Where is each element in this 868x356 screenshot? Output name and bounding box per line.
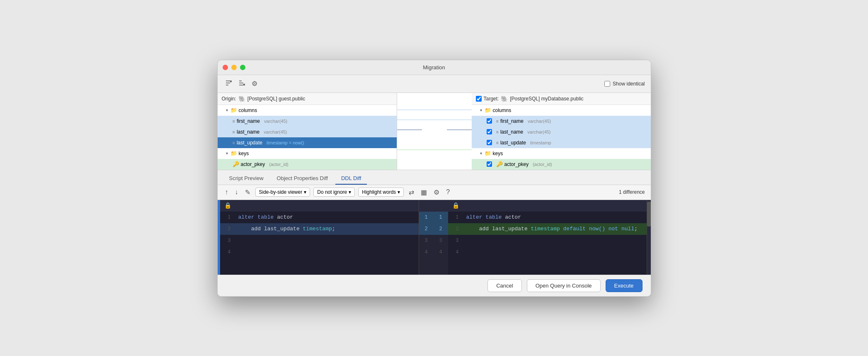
execute-button[interactable]: Execute: [606, 279, 643, 292]
tab-script-preview[interactable]: Script Preview: [223, 173, 269, 185]
center-right-2: 2: [435, 226, 446, 232]
comparison-area: Origin: 🐘 [PostgreSQL] guest.public ▾ 📁 …: [218, 93, 651, 170]
origin-columns-label: columns: [239, 107, 257, 113]
columns-folder-icon: 📁: [230, 107, 237, 113]
center-left-2: 2: [420, 226, 432, 232]
origin-last-update-type: timestamp = now(): [267, 140, 304, 145]
left-lock-icon: 🔒: [224, 202, 231, 209]
ignore-select[interactable]: Do not ignore: [313, 188, 355, 197]
target-last-update-row[interactable]: ≡ last_update timestamp: [472, 137, 651, 148]
next-diff-button[interactable]: ↓: [233, 188, 240, 197]
maximize-button[interactable]: [240, 65, 245, 70]
center-left-4: 4: [420, 249, 432, 255]
target-actor-pkey-row[interactable]: 🔑 actor_pkey (actor_id): [472, 159, 651, 170]
origin-db-icon: 🐘: [238, 95, 245, 102]
tab-object-properties-diff[interactable]: Object Properties Diff: [271, 173, 334, 185]
left-code-row-2: 2 add last_update timestamp;: [220, 223, 419, 235]
settings-button[interactable]: ⚙: [250, 79, 259, 88]
target-keys-folder-icon: 📁: [485, 150, 491, 156]
right-lock-row: 🔒: [448, 200, 647, 212]
show-identical-label[interactable]: Show identical: [604, 81, 645, 87]
viewer-select[interactable]: Side-by-side viewer: [255, 188, 310, 197]
connector-area: [397, 93, 472, 170]
center-right-1: 1: [435, 215, 446, 220]
origin-last-name: last_name: [237, 129, 259, 135]
target-last-update-checkbox[interactable]: [487, 140, 492, 145]
right-lock-icon: 🔒: [452, 202, 459, 209]
minimize-button[interactable]: [231, 65, 237, 70]
swap-button[interactable]: ⇄: [407, 188, 416, 197]
target-last-name-checkbox[interactable]: [487, 129, 492, 134]
origin-keys-folder[interactable]: ▾ 📁 keys: [218, 148, 397, 159]
center-left-3: 3: [420, 238, 432, 244]
migration-window: Migration ⚙: [217, 60, 651, 297]
target-header: Target: 🐘 [PostgreSQL] myDatabase.public: [472, 93, 651, 105]
target-first-name-type: varchar(45): [528, 119, 551, 124]
target-last-name-col-icon: ≡: [496, 129, 499, 134]
target-keys-folder[interactable]: ▾ 📁 keys: [472, 148, 651, 159]
keys-folder-icon: 📁: [230, 150, 237, 156]
target-actor-pkey-icon: 🔑: [496, 161, 503, 167]
left-code-row-4: 4: [220, 246, 419, 258]
target-last-update: last_update: [500, 140, 526, 146]
diff-count: 1 difference: [619, 189, 645, 195]
connector-svg: [397, 93, 472, 170]
left-code-row-3: 3: [220, 235, 419, 246]
diff-toolbar: ↑ ↓ ✎ Side-by-side viewer Do not ignore …: [218, 185, 651, 200]
origin-last-update-row[interactable]: ≡ last_update timestamp = now(): [218, 137, 397, 148]
help-button[interactable]: ?: [444, 188, 451, 197]
target-last-name-row[interactable]: ≡ last_name varchar(45): [472, 127, 651, 137]
origin-last-name-row[interactable]: ≡ last_name varchar(45): [218, 127, 397, 137]
right-line-num-3: 3: [448, 238, 463, 244]
origin-first-name-type: varchar(45): [264, 119, 287, 124]
origin-keys-label: keys: [239, 151, 249, 156]
top-toolbar: ⚙ Show identical: [218, 75, 651, 93]
viewer-chevron-icon: [304, 189, 306, 195]
right-code-row-4: 4: [448, 246, 647, 258]
origin-label: Origin:: [222, 96, 236, 102]
origin-actor-pkey: actor_pkey: [241, 161, 265, 167]
center-line-nums: 1 1 2 2 3 3 4 4: [419, 200, 448, 275]
target-columns-label: columns: [493, 107, 512, 113]
tab-ddl-diff[interactable]: DDL Diff: [335, 173, 367, 185]
origin-first-name-row[interactable]: ≡ first_name varchar(45): [218, 116, 397, 127]
target-db-icon: 🐘: [501, 95, 508, 102]
highlight-select[interactable]: Highlight words: [358, 188, 404, 197]
target-actor-pkey: actor_pkey: [504, 161, 529, 167]
gear-button[interactable]: ⚙: [432, 188, 441, 197]
titlebar: Migration: [218, 60, 651, 75]
target-actor-pkey-checkbox[interactable]: [487, 161, 492, 167]
sort-asc-button[interactable]: [223, 78, 234, 89]
target-actor-pkey-type: (actor_id): [533, 162, 552, 167]
open-query-button[interactable]: Open Query in Console: [527, 279, 601, 292]
left-line-num-1: 1: [220, 215, 235, 220]
right-line-num-4: 4: [448, 249, 463, 255]
left-line-num-2: 2: [220, 226, 235, 232]
left-line-num-3: 3: [220, 238, 235, 244]
origin-db-name: [PostgreSQL] guest.public: [247, 96, 305, 102]
right-scrollbar[interactable]: [647, 200, 651, 275]
prev-diff-button[interactable]: ↑: [223, 188, 230, 197]
origin-columns-folder[interactable]: ▾ 📁 columns: [218, 105, 397, 116]
target-columns-folder[interactable]: ▾ 📁 columns: [472, 105, 651, 116]
target-first-name-row[interactable]: ≡ first_name varchar(45): [472, 116, 651, 127]
target-last-name-type: varchar(45): [527, 129, 550, 134]
target-checkbox[interactable]: [476, 96, 482, 102]
origin-actor-pkey-type: (actor_id): [269, 162, 288, 167]
sort-desc-button[interactable]: [237, 78, 247, 89]
target-db-name: [PostgreSQL] myDatabase.public: [510, 96, 583, 102]
toolbar-right: Show identical: [604, 81, 645, 87]
tabs-bar: Script Preview Object Properties Diff DD…: [218, 170, 651, 185]
left-code-2: add last_update timestamp;: [235, 226, 339, 232]
right-code-row-1: 1 alter table actor: [448, 212, 647, 223]
close-button[interactable]: [223, 65, 228, 70]
edit-diff-button[interactable]: ✎: [243, 188, 252, 197]
target-last-name: last_name: [500, 129, 523, 135]
grid-button[interactable]: ▦: [419, 188, 429, 197]
show-identical-checkbox[interactable]: [604, 81, 610, 87]
center-row-1: 1 1: [419, 212, 448, 223]
target-first-name-checkbox[interactable]: [487, 118, 492, 124]
cancel-button[interactable]: Cancel: [487, 279, 521, 292]
left-code-1: alter table actor: [235, 214, 297, 220]
origin-actor-pkey-row[interactable]: 🔑 actor_pkey (actor_id): [218, 159, 397, 170]
